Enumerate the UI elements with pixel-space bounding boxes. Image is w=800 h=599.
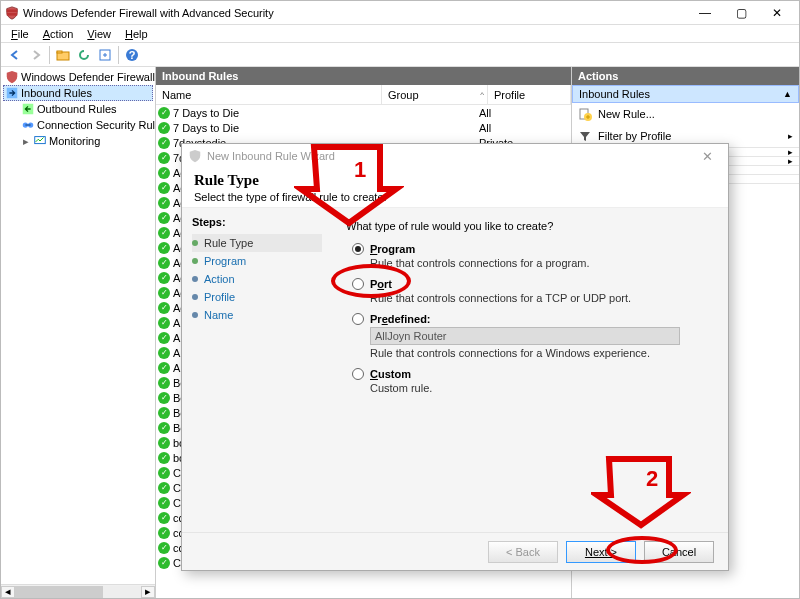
rules-list-header: Inbound Rules: [156, 67, 571, 85]
table-row[interactable]: ✓7 Days to DieAll: [156, 120, 571, 135]
step-action[interactable]: Action: [192, 270, 322, 288]
forward-button: [26, 45, 46, 65]
enabled-icon: ✓: [158, 257, 170, 269]
tree-horizontal-scrollbar[interactable]: ◂ ▸: [1, 584, 155, 598]
title-bar: Windows Defender Firewall with Advanced …: [1, 1, 799, 25]
menu-action[interactable]: Action: [37, 27, 80, 41]
enabled-icon: ✓: [158, 452, 170, 464]
table-row[interactable]: ✓7 Days to DieAll: [156, 105, 571, 120]
callout-ellipse-2: [606, 536, 678, 564]
option-predefined[interactable]: Predefined:: [352, 312, 714, 325]
toolbar-export-button[interactable]: [95, 45, 115, 65]
actions-header: Actions: [572, 67, 799, 85]
enabled-icon: ✓: [158, 377, 170, 389]
expand-icon[interactable]: ▸: [21, 135, 31, 148]
collapse-icon[interactable]: ▲: [783, 89, 792, 99]
menu-view[interactable]: View: [81, 27, 117, 41]
wizard-steps: Steps: Rule Type Program Action Profile …: [182, 208, 332, 532]
radio-selected-icon[interactable]: [352, 243, 364, 255]
firewall-shield-icon: [188, 149, 202, 163]
close-button[interactable]: ✕: [759, 2, 795, 24]
step-rule-type[interactable]: Rule Type: [192, 234, 322, 252]
wizard-title: New Inbound Rule Wizard: [207, 150, 335, 162]
option-program[interactable]: Program: [352, 242, 714, 255]
radio-icon[interactable]: [352, 313, 364, 325]
firewall-shield-icon: [5, 6, 19, 20]
col-profile[interactable]: Profile: [488, 85, 571, 104]
enabled-icon: ✓: [158, 437, 170, 449]
enabled-icon: ✓: [158, 272, 170, 284]
col-name[interactable]: Name: [156, 85, 382, 104]
toolbar-help-button[interactable]: ?: [122, 45, 142, 65]
predefined-combo: AllJoyn Router: [370, 327, 680, 345]
tree-pane: Windows Defender Firewall with Inbound R…: [1, 67, 156, 598]
enabled-icon: ✓: [158, 497, 170, 509]
new-inbound-rule-wizard: New Inbound Rule Wizard ✕ Rule Type Sele…: [181, 143, 729, 571]
enabled-icon: ✓: [158, 107, 170, 119]
tree-root[interactable]: Windows Defender Firewall with: [3, 69, 153, 85]
option-program-desc: Rule that controls connections for a pro…: [370, 257, 714, 269]
svg-rect-0: [7, 9, 18, 12]
enabled-icon: ✓: [158, 392, 170, 404]
enabled-icon: ✓: [158, 482, 170, 494]
radio-icon[interactable]: [352, 368, 364, 380]
enabled-icon: ✓: [158, 407, 170, 419]
menu-file[interactable]: File: [5, 27, 35, 41]
option-custom[interactable]: Custom: [352, 367, 714, 380]
enabled-icon: ✓: [158, 467, 170, 479]
svg-text:?: ?: [129, 49, 136, 61]
maximize-button[interactable]: ▢: [723, 2, 759, 24]
callout-ellipse-1: [331, 264, 411, 298]
toolbar-folder-button[interactable]: [53, 45, 73, 65]
tree-inbound-rules[interactable]: Inbound Rules: [3, 85, 153, 101]
new-rule-icon: [578, 107, 592, 121]
enabled-icon: ✓: [158, 542, 170, 554]
menu-help[interactable]: Help: [119, 27, 154, 41]
action-new-rule[interactable]: New Rule...: [572, 103, 799, 125]
list-column-headers: Name Group^ Profile: [156, 85, 571, 105]
wizard-heading: Rule Type: [194, 172, 716, 189]
scroll-left-icon[interactable]: ◂: [1, 586, 15, 598]
option-custom-desc: Custom rule.: [370, 382, 714, 394]
back-button: < Back: [488, 541, 558, 563]
enabled-icon: ✓: [158, 227, 170, 239]
enabled-icon: ✓: [158, 302, 170, 314]
svg-rect-1: [7, 13, 18, 16]
wizard-header: Rule Type Select the type of firewall ru…: [182, 168, 728, 207]
col-group[interactable]: Group^: [382, 85, 488, 104]
wizard-close-button[interactable]: ✕: [692, 149, 722, 164]
enabled-icon: ✓: [158, 527, 170, 539]
enabled-icon: ✓: [158, 362, 170, 374]
chevron-right-icon: ▸: [788, 131, 793, 141]
enabled-icon: ✓: [158, 152, 170, 164]
minimize-button[interactable]: —: [687, 2, 723, 24]
scroll-right-icon[interactable]: ▸: [141, 586, 155, 598]
svg-rect-3: [57, 51, 62, 53]
enabled-icon: ✓: [158, 332, 170, 344]
step-profile[interactable]: Profile: [192, 288, 322, 306]
wizard-question: What type of rule would you like to crea…: [346, 220, 714, 232]
outbound-icon: [21, 102, 35, 116]
enabled-icon: ✓: [158, 287, 170, 299]
toolbar-refresh-button[interactable]: [74, 45, 94, 65]
steps-label: Steps:: [192, 216, 322, 228]
enabled-icon: ✓: [158, 212, 170, 224]
scroll-thumb[interactable]: [15, 586, 103, 598]
enabled-icon: ✓: [158, 557, 170, 569]
enabled-icon: ✓: [158, 167, 170, 179]
wizard-subheading: Select the type of firewall rule to crea…: [194, 191, 716, 203]
step-name[interactable]: Name: [192, 306, 322, 324]
enabled-icon: ✓: [158, 197, 170, 209]
toolbar: ?: [1, 43, 799, 67]
tree-monitoring[interactable]: ▸ Monitoring: [3, 133, 153, 149]
tree-outbound-rules[interactable]: Outbound Rules: [3, 101, 153, 117]
actions-section-header[interactable]: Inbound Rules ▲: [572, 85, 799, 103]
back-button: [5, 45, 25, 65]
firewall-shield-icon: [5, 70, 19, 84]
option-predefined-desc: Rule that controls connections for a Win…: [370, 347, 714, 359]
step-program[interactable]: Program: [192, 252, 322, 270]
tree-connection-security-rules[interactable]: Connection Security Rules: [3, 117, 153, 133]
monitoring-icon: [33, 134, 47, 148]
enabled-icon: ✓: [158, 137, 170, 149]
wizard-title-bar: New Inbound Rule Wizard ✕: [182, 144, 728, 168]
